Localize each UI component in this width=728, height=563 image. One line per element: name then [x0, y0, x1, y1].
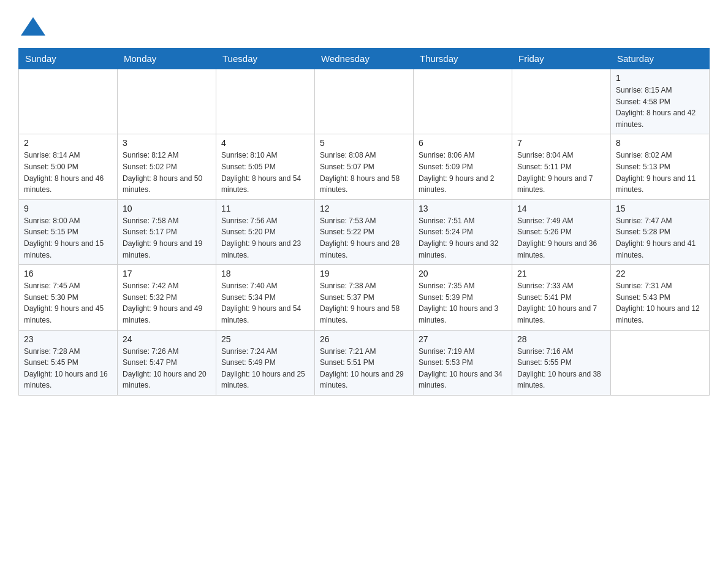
day-info: Sunrise: 7:51 AMSunset: 5:24 PMDaylight:… [419, 215, 507, 261]
day-number: 8 [616, 138, 704, 148]
calendar-cell: 18Sunrise: 7:40 AMSunset: 5:34 PMDayligh… [216, 265, 315, 330]
day-info: Sunrise: 7:42 AMSunset: 5:32 PMDaylight:… [123, 280, 211, 326]
calendar-cell: 19Sunrise: 7:38 AMSunset: 5:37 PMDayligh… [315, 265, 414, 330]
day-number: 4 [221, 138, 309, 148]
day-number: 7 [517, 138, 605, 148]
day-of-week-header: Thursday [414, 48, 512, 69]
calendar-cell: 5Sunrise: 8:08 AMSunset: 5:07 PMDaylight… [315, 134, 414, 199]
day-info: Sunrise: 8:12 AMSunset: 5:02 PMDaylight:… [123, 150, 211, 195]
day-number: 26 [320, 334, 408, 344]
page-header [18, 12, 710, 42]
day-info: Sunrise: 7:40 AMSunset: 5:34 PMDaylight:… [221, 280, 309, 326]
day-number: 18 [221, 269, 309, 278]
day-info: Sunrise: 7:58 AMSunset: 5:17 PMDaylight:… [123, 215, 211, 261]
logo-triangle-icon [18, 12, 48, 42]
calendar-cell: 28Sunrise: 7:16 AMSunset: 5:55 PMDayligh… [512, 330, 611, 395]
day-info: Sunrise: 8:02 AMSunset: 5:13 PMDaylight:… [616, 150, 704, 195]
day-number: 19 [320, 269, 408, 278]
day-of-week-header: Saturday [611, 48, 710, 69]
calendar-cell [118, 69, 216, 134]
day-info: Sunrise: 8:08 AMSunset: 5:07 PMDaylight:… [320, 150, 408, 195]
calendar-cell: 27Sunrise: 7:19 AMSunset: 5:53 PMDayligh… [414, 330, 512, 395]
day-info: Sunrise: 7:28 AMSunset: 5:45 PMDaylight:… [24, 346, 112, 391]
calendar-cell: 16Sunrise: 7:45 AMSunset: 5:30 PMDayligh… [19, 265, 118, 330]
calendar-cell: 26Sunrise: 7:21 AMSunset: 5:51 PMDayligh… [315, 330, 414, 395]
day-of-week-header: Sunday [19, 48, 118, 69]
day-info: Sunrise: 8:00 AMSunset: 5:15 PMDaylight:… [24, 215, 112, 261]
calendar-cell: 25Sunrise: 7:24 AMSunset: 5:49 PMDayligh… [216, 330, 315, 395]
calendar-cell [315, 69, 414, 134]
calendar-cell: 13Sunrise: 7:51 AMSunset: 5:24 PMDayligh… [414, 199, 512, 264]
calendar-cell: 1Sunrise: 8:15 AMSunset: 4:58 PMDaylight… [611, 69, 710, 134]
calendar-week-row: 2Sunrise: 8:14 AMSunset: 5:00 PMDaylight… [19, 134, 710, 199]
calendar-cell: 20Sunrise: 7:35 AMSunset: 5:39 PMDayligh… [414, 265, 512, 330]
calendar-week-row: 23Sunrise: 7:28 AMSunset: 5:45 PMDayligh… [19, 330, 710, 395]
calendar-cell [512, 69, 611, 134]
day-info: Sunrise: 7:26 AMSunset: 5:47 PMDaylight:… [123, 346, 211, 391]
day-info: Sunrise: 7:16 AMSunset: 5:55 PMDaylight:… [517, 346, 605, 391]
day-info: Sunrise: 8:14 AMSunset: 5:00 PMDaylight:… [24, 150, 112, 195]
day-of-week-header: Wednesday [315, 48, 414, 69]
day-info: Sunrise: 7:31 AMSunset: 5:43 PMDaylight:… [616, 280, 704, 326]
calendar-cell: 23Sunrise: 7:28 AMSunset: 5:45 PMDayligh… [19, 330, 118, 395]
day-number: 10 [123, 204, 211, 213]
day-number: 24 [123, 334, 211, 344]
day-info: Sunrise: 7:56 AMSunset: 5:20 PMDaylight:… [221, 215, 309, 261]
day-number: 3 [123, 138, 211, 148]
calendar-cell [611, 330, 710, 395]
calendar-cell [414, 69, 512, 134]
day-info: Sunrise: 8:06 AMSunset: 5:09 PMDaylight:… [419, 150, 507, 195]
calendar-cell: 24Sunrise: 7:26 AMSunset: 5:47 PMDayligh… [118, 330, 216, 395]
day-info: Sunrise: 8:15 AMSunset: 4:58 PMDaylight:… [616, 85, 704, 130]
day-info: Sunrise: 8:04 AMSunset: 5:11 PMDaylight:… [517, 150, 605, 195]
day-info: Sunrise: 7:45 AMSunset: 5:30 PMDaylight:… [24, 280, 112, 326]
calendar-cell: 6Sunrise: 8:06 AMSunset: 5:09 PMDaylight… [414, 134, 512, 199]
day-info: Sunrise: 7:49 AMSunset: 5:26 PMDaylight:… [517, 215, 605, 261]
day-number: 22 [616, 269, 704, 278]
calendar-week-row: 1Sunrise: 8:15 AMSunset: 4:58 PMDaylight… [19, 69, 710, 134]
day-of-week-header: Monday [118, 48, 216, 69]
calendar-cell: 11Sunrise: 7:56 AMSunset: 5:20 PMDayligh… [216, 199, 315, 264]
calendar-cell [216, 69, 315, 134]
day-number: 9 [24, 204, 112, 213]
calendar-cell: 9Sunrise: 8:00 AMSunset: 5:15 PMDaylight… [19, 199, 118, 264]
day-info: Sunrise: 7:33 AMSunset: 5:41 PMDaylight:… [517, 280, 605, 326]
calendar-cell: 8Sunrise: 8:02 AMSunset: 5:13 PMDaylight… [611, 134, 710, 199]
svg-marker-0 [21, 17, 45, 36]
calendar-cell: 4Sunrise: 8:10 AMSunset: 5:05 PMDaylight… [216, 134, 315, 199]
day-info: Sunrise: 8:10 AMSunset: 5:05 PMDaylight:… [221, 150, 309, 195]
day-number: 20 [419, 269, 507, 278]
day-number: 11 [221, 204, 309, 213]
day-number: 6 [419, 138, 507, 148]
day-number: 23 [24, 334, 112, 344]
day-info: Sunrise: 7:38 AMSunset: 5:37 PMDaylight:… [320, 280, 408, 326]
day-number: 21 [517, 269, 605, 278]
day-number: 16 [24, 269, 112, 278]
calendar-cell: 3Sunrise: 8:12 AMSunset: 5:02 PMDaylight… [118, 134, 216, 199]
calendar-cell: 15Sunrise: 7:47 AMSunset: 5:28 PMDayligh… [611, 199, 710, 264]
day-of-week-header: Friday [512, 48, 611, 69]
day-of-week-header: Tuesday [216, 48, 315, 69]
day-number: 5 [320, 138, 408, 148]
day-info: Sunrise: 7:47 AMSunset: 5:28 PMDaylight:… [616, 215, 704, 261]
calendar-cell: 7Sunrise: 8:04 AMSunset: 5:11 PMDaylight… [512, 134, 611, 199]
day-number: 27 [419, 334, 507, 344]
day-info: Sunrise: 7:21 AMSunset: 5:51 PMDaylight:… [320, 346, 408, 391]
day-number: 13 [419, 204, 507, 213]
day-number: 28 [517, 334, 605, 344]
calendar-cell: 17Sunrise: 7:42 AMSunset: 5:32 PMDayligh… [118, 265, 216, 330]
day-info: Sunrise: 7:53 AMSunset: 5:22 PMDaylight:… [320, 215, 408, 261]
day-number: 15 [616, 204, 704, 213]
calendar-week-row: 9Sunrise: 8:00 AMSunset: 5:15 PMDaylight… [19, 199, 710, 264]
day-info: Sunrise: 7:35 AMSunset: 5:39 PMDaylight:… [419, 280, 507, 326]
day-number: 14 [517, 204, 605, 213]
calendar-header-row: SundayMondayTuesdayWednesdayThursdayFrid… [19, 48, 710, 69]
calendar-cell [19, 69, 118, 134]
logo [18, 12, 48, 42]
calendar-cell: 2Sunrise: 8:14 AMSunset: 5:00 PMDaylight… [19, 134, 118, 199]
calendar-week-row: 16Sunrise: 7:45 AMSunset: 5:30 PMDayligh… [19, 265, 710, 330]
day-number: 25 [221, 334, 309, 344]
calendar-cell: 10Sunrise: 7:58 AMSunset: 5:17 PMDayligh… [118, 199, 216, 264]
day-number: 2 [24, 138, 112, 148]
day-number: 17 [123, 269, 211, 278]
